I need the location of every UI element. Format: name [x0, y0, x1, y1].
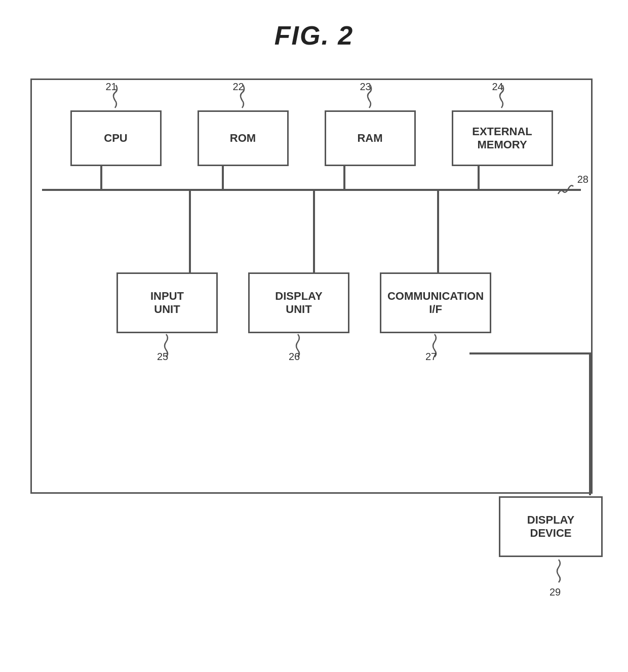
comm-box: COMMUNICATION I/F — [380, 272, 491, 333]
displayunit-label: DISPLAY UNIT — [275, 290, 322, 316]
extmem-wrapper: 24 EXTERNAL MEMORY — [452, 110, 553, 166]
page-title: FIG. 2 — [0, 0, 628, 51]
rom-ref: 22 — [233, 81, 244, 93]
comm-to-display-horiz — [469, 352, 591, 354]
cpu-wrapper: 21 CPU — [70, 110, 162, 166]
comm-bus-connector — [437, 191, 439, 273]
comm-label: COMMUNICATION I/F — [387, 290, 484, 316]
comm-to-display-vert — [589, 352, 591, 495]
display-device-ref: 29 — [550, 586, 561, 598]
input-label: INPUT UNIT — [150, 290, 184, 316]
cpu-ref: 21 — [106, 81, 117, 93]
rom-label: ROM — [230, 132, 256, 145]
input-wrapper: INPUT UNIT 25 — [116, 272, 218, 333]
ram-ref: 23 — [360, 81, 371, 93]
main-diagram-container: 28 21 CPU 22 ROM — [30, 78, 593, 494]
ram-bus-connector — [343, 166, 345, 190]
cpu-box: CPU — [70, 110, 162, 166]
ram-label: RAM — [357, 132, 382, 145]
rom-bus-connector — [222, 166, 224, 190]
displayunit-box: DISPLAY UNIT — [248, 272, 349, 333]
display-device-label: DISPLAY DEVICE — [527, 513, 574, 540]
cpu-bus-connector — [100, 166, 102, 190]
extmem-label: EXTERNAL MEMORY — [472, 125, 532, 151]
extmem-bus-connector — [478, 166, 480, 190]
ram-box: RAM — [325, 110, 416, 166]
rom-wrapper: 22 ROM — [198, 110, 289, 166]
cpu-label: CPU — [104, 132, 127, 145]
displayunit-wrapper: DISPLAY UNIT 26 — [248, 272, 349, 333]
system-bus — [42, 189, 581, 191]
display-device-squiggle — [544, 557, 575, 585]
ram-wrapper: 23 RAM — [325, 110, 416, 166]
rom-box: ROM — [198, 110, 289, 166]
top-row: 21 CPU 22 ROM 23 RAM — [32, 110, 591, 166]
input-box: INPUT UNIT — [116, 272, 218, 333]
comm-wrapper: COMMUNICATION I/F 27 — [380, 272, 491, 333]
input-bus-connector — [189, 191, 191, 273]
bottom-row: INPUT UNIT 25 DISPLAY UNIT 26 COMMUNICAT… — [32, 272, 591, 333]
displayunit-ref: 26 — [289, 351, 300, 363]
comm-ref: 27 — [425, 351, 437, 363]
ref28-area: 28 — [553, 176, 588, 196]
input-ref: 25 — [157, 351, 168, 363]
extmem-box: EXTERNAL MEMORY — [452, 110, 553, 166]
display-device-box: DISPLAY DEVICE — [499, 496, 603, 557]
ref28-label: 28 — [577, 174, 588, 185]
extmem-ref: 24 — [492, 81, 503, 93]
display-bus-connector — [313, 191, 315, 273]
